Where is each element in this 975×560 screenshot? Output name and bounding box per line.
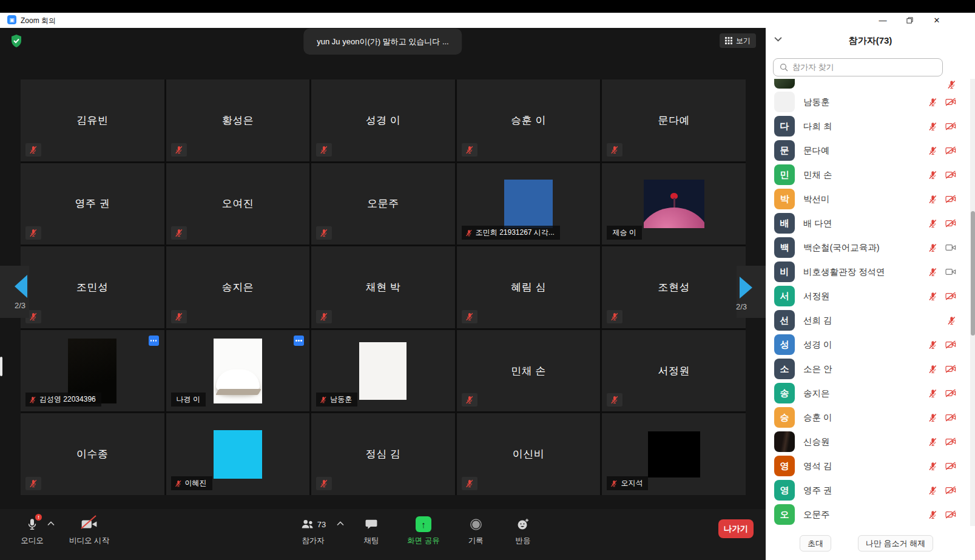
audio-options-chevron[interactable]: [47, 521, 55, 526]
video-tile[interactable]: 정심 김: [311, 413, 455, 495]
search-placeholder: 참가자 찾기: [792, 62, 834, 73]
restore-button[interactable]: [899, 13, 920, 28]
video-tile[interactable]: 혜림 심: [457, 246, 601, 328]
participant-row[interactable]: 남동훈: [766, 90, 970, 114]
meeting-toolbar: ! 오디오 비디오 시작 73 참가자 채팅 ↑ 화면 공유: [0, 509, 766, 560]
video-tile[interactable]: 오문주: [311, 163, 455, 245]
participant-row[interactable]: 문문다예: [766, 138, 970, 163]
participant-row[interactable]: 소소은 안: [766, 357, 970, 381]
video-tile[interactable]: 조민성: [21, 246, 164, 328]
share-screen-button[interactable]: ↑ 화면 공유: [398, 516, 449, 546]
tile-name-label: 오지석: [607, 476, 648, 490]
start-video-button[interactable]: 비디오 시작: [64, 516, 114, 546]
video-tile[interactable]: 오지석: [602, 413, 746, 495]
prev-page-arrow[interactable]: [15, 275, 27, 298]
close-button[interactable]: ✕: [926, 13, 947, 28]
video-tile[interactable]: 이수종: [21, 413, 164, 495]
video-tile[interactable]: 이혜진: [166, 413, 310, 495]
mic-off-icon: [928, 462, 937, 471]
camera-off-icon: [945, 170, 956, 179]
video-tile[interactable]: 김유빈: [21, 79, 164, 161]
participant-row[interactable]: 비비호생활관장 정석연: [766, 260, 970, 284]
participants-options-chevron[interactable]: [337, 521, 344, 526]
video-content-book: [214, 339, 262, 403]
video-tile[interactable]: 조현성: [602, 246, 746, 328]
participants-button[interactable]: 73 참가자: [290, 516, 336, 546]
video-tile[interactable]: 이신비: [457, 413, 601, 495]
participant-avatar: 승: [774, 407, 795, 428]
video-tile[interactable]: 나경 이: [166, 330, 310, 412]
video-tile[interactable]: 김성영 22034396: [21, 330, 164, 412]
tile-muted-mic-icon: [25, 226, 41, 240]
participant-row[interactable]: 승승훈 이: [766, 405, 970, 430]
participant-row[interactable]: 서서정원: [766, 284, 970, 308]
meeting-main-area: yun Ju yeon이(가) 말하고 있습니다 ... 보기 김유빈황성은성경…: [0, 28, 766, 560]
side-panel-handle[interactable]: [0, 357, 2, 376]
video-tile[interactable]: 민채 손: [457, 330, 601, 412]
participant-name: 송지은: [803, 388, 928, 399]
video-tile[interactable]: 승훈 이: [457, 79, 601, 161]
page-indicator-left: 2/3: [15, 301, 25, 310]
participant-row[interactable]: 성성경 이: [766, 332, 970, 357]
minimize-button[interactable]: —: [872, 13, 893, 28]
participant-avatar: [774, 431, 795, 452]
view-button[interactable]: 보기: [720, 33, 756, 48]
video-tile[interactable]: 황성은: [166, 79, 310, 161]
video-tile[interactable]: 제승 이: [602, 163, 746, 245]
panel-scrollbar-thumb[interactable]: [971, 211, 975, 336]
chat-button[interactable]: 채팅: [357, 516, 386, 546]
tile-name-label: 조민희 21931267 시각...: [462, 226, 560, 240]
video-content-planet: [644, 180, 704, 228]
invite-button[interactable]: 초대: [800, 535, 831, 552]
tile-more-options-button[interactable]: [149, 336, 159, 346]
participant-row[interactable]: 신승원: [766, 430, 970, 454]
participant-search-input[interactable]: 참가자 찾기: [773, 58, 943, 76]
participant-row[interactable]: 백백순철(국어교육과): [766, 235, 970, 260]
mic-off-icon: [928, 219, 937, 228]
participant-row[interactable]: 선선희 김: [766, 308, 970, 332]
tile-muted-mic-icon: [607, 393, 622, 407]
video-tile[interactable]: 성경 이: [311, 79, 455, 161]
camera-on-icon: [945, 243, 956, 252]
participant-name: 성경 이: [803, 339, 928, 351]
participant-row[interactable]: 배배 다연: [766, 211, 970, 235]
video-tile[interactable]: 송지은: [166, 246, 310, 328]
record-button[interactable]: 기록: [460, 516, 491, 546]
video-tile[interactable]: 오여진: [166, 163, 310, 245]
participant-row[interactable]: 영영주 권: [766, 478, 970, 502]
tile-participant-name: 황성은: [222, 113, 254, 127]
tile-name-label: 나경 이: [171, 393, 206, 407]
participant-row[interactable]: 박박선미: [766, 187, 970, 211]
security-shield-icon[interactable]: [11, 35, 22, 47]
leave-button[interactable]: 나가기: [718, 519, 754, 538]
video-tile[interactable]: 채현 박: [311, 246, 455, 328]
tile-participant-name: 이수종: [76, 447, 109, 461]
participant-row[interactable]: [766, 79, 970, 90]
unmute-me-button[interactable]: 나만 음소거 해제: [858, 535, 933, 552]
next-page-arrow[interactable]: [740, 277, 752, 299]
participant-row[interactable]: 영영석 김: [766, 454, 970, 478]
participant-avatar: 민: [774, 164, 795, 185]
panel-scrollbar[interactable]: [970, 79, 975, 560]
video-tile[interactable]: 서정원: [602, 330, 746, 412]
participant-list[interactable]: 남동훈다다희 최문문다예민민채 손박박선미배배 다연백백순철(국어교육과)비비호…: [766, 79, 970, 526]
tile-participant-name: 문다예: [658, 113, 690, 127]
participants-count: 73: [317, 520, 326, 529]
audio-button[interactable]: ! 오디오: [13, 516, 51, 546]
page-indicator-right: 2/3: [736, 302, 747, 311]
video-tile[interactable]: 문다예: [602, 79, 746, 161]
participant-name: 소은 안: [803, 363, 928, 375]
tile-more-options-button[interactable]: [294, 336, 304, 346]
mic-off-icon: [928, 268, 937, 277]
video-tile[interactable]: 조민희 21931267 시각...: [457, 163, 601, 245]
reactions-button[interactable]: 반응: [506, 516, 540, 546]
mic-off-icon: [928, 340, 937, 349]
participant-row[interactable]: 다다희 최: [766, 114, 970, 138]
participant-row[interactable]: 민민채 손: [766, 163, 970, 187]
video-tile[interactable]: 남동훈: [311, 330, 455, 412]
video-tile[interactable]: 영주 권: [21, 163, 164, 245]
tile-participant-name: 영주 권: [75, 197, 110, 211]
mic-off-icon: [947, 80, 956, 89]
participant-row[interactable]: 오오문주: [766, 502, 970, 526]
participant-row[interactable]: 송송지은: [766, 381, 970, 405]
